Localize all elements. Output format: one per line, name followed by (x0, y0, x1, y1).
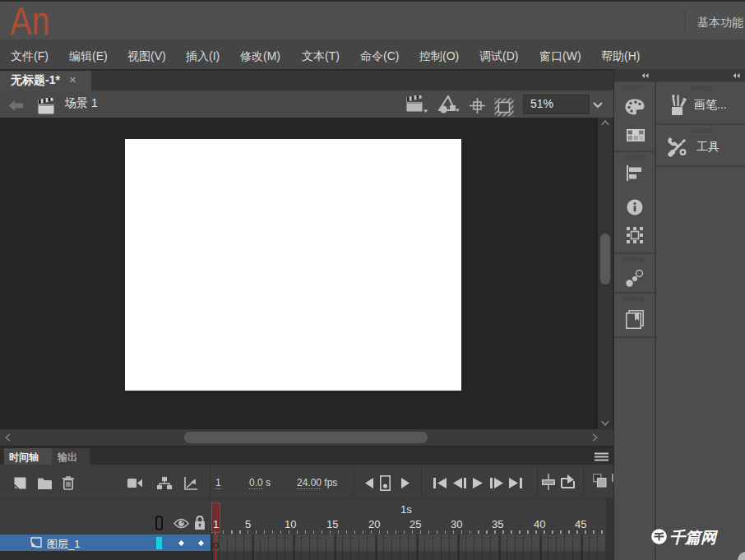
svg-text:千篇网: 千篇网 (669, 529, 719, 546)
